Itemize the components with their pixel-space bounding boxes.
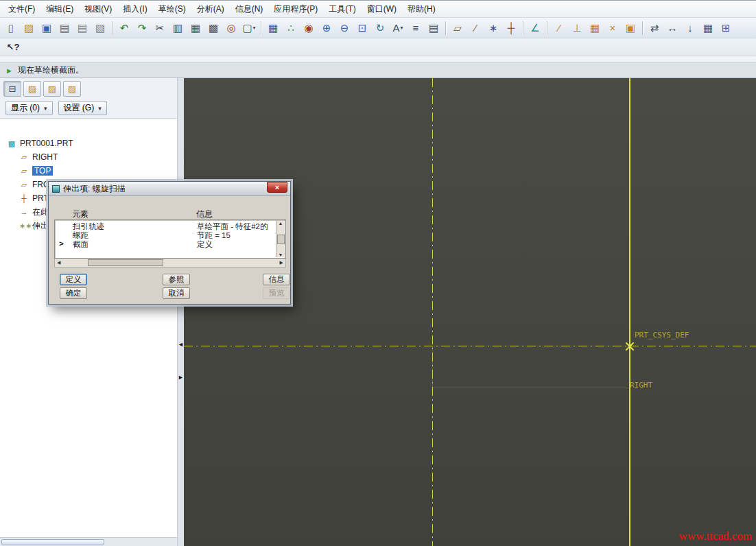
scroll-up-icon[interactable]: ▲ [279,221,283,226]
datum-graph-icon[interactable]: ∴ [283,20,299,36]
copy-icon[interactable]: ▥ [169,20,186,36]
menu-item[interactable]: 编辑(E) [40,1,79,18]
scroll-left-icon[interactable]: ◀ [57,260,60,265]
show-dropdown[interactable]: 显示 (0) ▾ [5,101,53,115]
scrollbar-thumb[interactable] [277,235,285,244]
selection-filter-icon-glyph: ▢ [242,23,252,33]
verify-icon[interactable]: ◉ [300,20,317,36]
tree-item-label: RIGHT [32,152,58,162]
menu-item[interactable]: 信息(N) [230,1,269,18]
scroll-down-icon[interactable]: ▼ [279,252,283,257]
vertex-display-toggle-icon[interactable]: × [604,20,621,36]
context-help-icon[interactable]: ↖? [5,39,21,56]
element-row[interactable]: >截面定义 [55,239,285,248]
saved-views-icon-glyph: A [392,23,399,33]
paste-icon[interactable]: ▦ [187,20,204,36]
expand-panel-arrow-icon[interactable]: ► [178,375,184,381]
history-tab[interactable]: ▨ [63,81,81,97]
fit-height-icon-glyph: ↓ [687,23,693,33]
menu-item[interactable]: 应用程序(P) [268,1,323,18]
snap-icon[interactable]: ⊞ [718,20,734,36]
view-manager-icon[interactable]: ▤ [425,20,442,36]
menu-item[interactable]: 帮助(H) [402,1,441,18]
menu-item[interactable]: 草绘(S) [153,1,191,18]
info-button[interactable]: 信息 [263,274,290,285]
close-icon[interactable]: × [267,182,287,193]
menu-item[interactable]: 窗口(W) [362,1,402,18]
zoom-in-icon[interactable]: ⊕ [318,20,335,36]
model-tree-tab[interactable]: ⊟ [3,81,21,97]
context-help-glyph: ↖? [7,43,20,51]
shade-display-toggle-icon[interactable]: ▣ [622,20,639,36]
zoom-fit-icon[interactable]: ⊡ [354,20,370,36]
horizontal-scrollbar[interactable]: ◀ ▶ [54,259,286,268]
tree-item-right[interactable]: ▱RIGHT [0,150,177,164]
scrollbar-thumb[interactable] [88,259,163,266]
menu-item[interactable]: 视图(V) [79,1,117,18]
cut-icon[interactable]: ✂ [152,20,168,36]
tree-item-top[interactable]: ▱TOP [0,164,177,178]
element-rows: 扫引轨迹草绘平面 - 特征#2的螺距节距 = 15>截面定义 [55,222,285,248]
cancel-button[interactable]: 取消 [163,287,190,299]
repaint-icon[interactable]: ↻ [372,20,388,36]
redo-icon[interactable]: ↷ [134,20,150,36]
datum-points-toggle-icon[interactable]: ∗ [485,20,501,36]
open-file-icon[interactable]: ▨ [21,20,37,36]
tree-horizontal-scrollbar[interactable] [0,537,177,546]
preview-button: 预览 [263,287,290,299]
vertical-scrollbar[interactable]: ▲ ▼ [276,221,285,257]
menu-item[interactable]: 插入(I) [117,1,152,18]
sketch-setup-icon[interactable]: ▦ [265,20,281,36]
plot-icon[interactable]: ▤ [74,20,91,36]
menu-item[interactable]: 工具(T) [323,1,361,18]
csys-toggle-icon-glyph: ┼ [508,23,515,33]
settings-dropdown[interactable]: 设置 (G) ▾ [58,101,107,115]
helical-sweep-feature-icon: ∗∗ [19,222,29,230]
save-icon[interactable]: ▣ [38,20,55,36]
insert-here-icon: → [19,208,29,216]
saved-views-icon[interactable]: A▾ [390,20,406,36]
sketch-orient-icon[interactable]: ⇄ [646,20,663,36]
grid-icon[interactable]: ▦ [700,20,716,36]
erase-display-icon[interactable]: ▧ [92,20,108,36]
scroll-right-icon[interactable]: ▶ [280,260,283,265]
element-row[interactable]: 扫引轨迹草绘平面 - 特征#2的 [55,222,285,230]
collapse-panel-arrow-icon[interactable]: ◄ [178,342,184,348]
paste-special-icon[interactable]: ▩ [205,20,222,36]
layers-icon[interactable]: ≡ [407,20,424,36]
dialog-title-bar[interactable]: 伸出项: 螺旋扫描 × [49,182,290,196]
datum-planes-toggle-icon[interactable]: ▱ [449,20,466,36]
zoom-fit-icon-glyph: ⊡ [358,23,367,33]
csys-toggle-icon[interactable]: ┼ [503,20,519,36]
undo-icon[interactable]: ↶ [116,20,132,36]
csys-marker-icon [624,341,635,352]
menu-item[interactable]: 文件(F) [3,1,40,18]
folder-browser-tab[interactable]: ▨ [23,81,41,97]
datum-axes-toggle-icon[interactable]: ⁄ [467,20,484,36]
element-row[interactable]: 螺距节距 = 15 [55,230,285,239]
grid-display-toggle-icon[interactable]: ▦ [587,20,603,36]
print-icon[interactable]: ▤ [56,20,73,36]
define-button[interactable]: 定义 [60,274,87,285]
sketcher-display-icon[interactable]: ∠ [527,20,543,36]
zoom-in-icon-glyph: ⊕ [322,23,331,33]
element-table: 元素 信息 扫引轨迹草绘平面 - 特征#2的螺距节距 = 15>截面定义 ▲ ▼… [54,209,286,268]
menu-item[interactable]: 分析(A) [191,1,230,18]
new-file-icon[interactable]: ▯ [3,20,19,36]
new-file-icon-glyph: ▯ [8,23,14,33]
scrollbar-thumb[interactable] [1,539,104,545]
selection-filter-icon[interactable]: ▢▾ [241,20,257,36]
dim-display-toggle-icon[interactable]: ⁄ [551,20,567,36]
fit-height-icon[interactable]: ↓ [682,20,698,36]
panel-splitter[interactable]: ◄ ► [177,78,184,546]
favorites-tab[interactable]: ▨ [43,81,61,97]
constraint-display-toggle-icon[interactable]: ⊥ [569,20,585,36]
print-icon-glyph: ▤ [60,23,69,33]
zoom-out-icon[interactable]: ⊖ [336,20,353,36]
references-button[interactable]: 参照 [163,274,190,285]
fit-width-icon[interactable]: ↔ [664,20,681,36]
find-icon[interactable]: ◎ [223,20,239,36]
graphics-area[interactable]: PRT_CSYS_DEF RIGHT www.ttcad.com [184,78,756,546]
ok-button[interactable]: 确定 [60,287,87,299]
tree-root-node[interactable]: ▩ PRT0001.PRT [0,136,177,150]
